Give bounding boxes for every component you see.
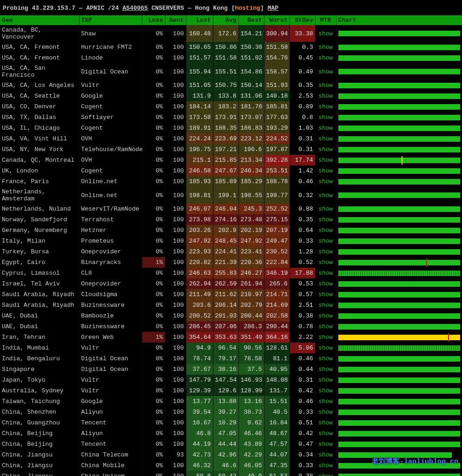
map-link[interactable]: MAP [268, 5, 278, 12]
cell-avg: 47.05 [213, 428, 238, 439]
mtr-show-link[interactable]: show [318, 270, 333, 277]
cell-isp: Oneprovider [79, 246, 142, 257]
col-sent[interactable]: Sent [165, 15, 186, 25]
latency-sparkline [338, 430, 461, 437]
cell-geo: USA, CO, Denver [0, 101, 79, 112]
mtr-show-link[interactable]: show [318, 355, 333, 362]
cell-geo: Netherlands, Amsterdam [0, 187, 79, 204]
mtr-show-link[interactable]: show [318, 114, 333, 121]
mtr-show-link[interactable]: show [318, 205, 333, 212]
col-mtr[interactable]: MTR [315, 15, 336, 25]
cell-stdev: 2.53 [290, 91, 315, 101]
cell-avg: 188.35 [213, 123, 238, 133]
cell-loss: 0% [142, 80, 165, 91]
mtr-show-link[interactable]: show [318, 441, 333, 448]
cell-avg: 44.44 [213, 439, 238, 450]
cell-last: 185.93 [186, 176, 213, 187]
cell-geo: China, Jiangsu [0, 460, 79, 471]
mtr-show-link[interactable]: show [318, 430, 333, 437]
mtr-show-link[interactable]: show [318, 216, 333, 223]
mtr-show-link[interactable]: show [318, 419, 333, 426]
table-row: Taiwan, TaichungGoogle0%10013.7713.8813.… [0, 396, 462, 407]
cell-loss: 0% [142, 187, 165, 204]
cell-last: 246.58 [186, 165, 213, 176]
mtr-show-link[interactable]: show [318, 103, 333, 110]
col-chart[interactable]: Chart [336, 15, 462, 25]
mtr-show-link[interactable]: show [318, 451, 333, 458]
mtr-show-link[interactable]: show [318, 238, 333, 245]
mtr-show-link[interactable]: show [318, 167, 333, 174]
mtr-show-link[interactable]: show [318, 178, 333, 185]
mtr-show-link[interactable]: show [318, 366, 333, 373]
col-stdev[interactable]: StDev [290, 15, 315, 25]
cell-last: 262.94 [186, 278, 213, 289]
cell-sent: 100 [165, 112, 186, 123]
mtr-show-link[interactable]: show [318, 157, 333, 164]
cell-sent: 100 [165, 176, 186, 187]
cell-geo: Singapore [0, 364, 79, 375]
latency-sparkline [338, 452, 461, 458]
mtr-show-link[interactable]: show [318, 146, 333, 153]
col-last[interactable]: Last [186, 15, 213, 25]
cell-worst: 10.84 [264, 417, 290, 428]
mtr-show-link[interactable]: show [318, 409, 333, 416]
cell-worst: 392.28 [264, 155, 290, 165]
mtr-show-link[interactable]: show [318, 323, 333, 330]
mtr-show-link[interactable]: show [318, 192, 333, 199]
mtr-show-link[interactable]: show [318, 280, 333, 287]
cell-isp: Google [79, 91, 142, 101]
cell-best: 154.21 [238, 25, 264, 42]
col-loss[interactable]: Loss [142, 15, 165, 25]
mtr-show-link[interactable]: show [318, 93, 333, 99]
col-geo[interactable]: Geo [0, 15, 79, 25]
cell-worst: 158.57 [264, 63, 290, 80]
table-row: Norway, SandefjordTerrahost0%100273.9827… [0, 214, 462, 225]
cell-last: 286.45 [186, 321, 213, 332]
mtr-show-link[interactable]: show [318, 302, 333, 309]
cell-stdev: 33.38 [290, 25, 315, 42]
cell-avg: 262.59 [213, 278, 238, 289]
cell-stdev: 0.38 [290, 311, 315, 321]
mtr-show-link[interactable]: show [318, 44, 333, 51]
table-row: China, JiangsuChina Mobile0%10046.3246.6… [0, 460, 462, 471]
mtr-show-link[interactable]: show [318, 54, 333, 61]
mtr-show-link[interactable]: show [318, 473, 333, 476]
col-avg[interactable]: Avg [213, 15, 238, 25]
mtr-show-link[interactable]: show [318, 334, 333, 341]
mtr-show-link[interactable]: show [318, 259, 333, 266]
mtr-show-link[interactable]: show [318, 377, 333, 383]
mtr-show-link[interactable]: show [318, 125, 333, 132]
cell-chart [336, 471, 462, 476]
mtr-show-link[interactable]: show [318, 68, 333, 75]
cell-isp: Linode [79, 53, 142, 63]
cell-last: 189.91 [186, 123, 213, 133]
cell-mtr: show [315, 165, 336, 176]
cell-sent: 100 [165, 63, 186, 80]
asn-link[interactable]: AS40065 [123, 5, 148, 12]
mtr-show-link[interactable]: show [318, 344, 333, 351]
cell-loss: 0% [142, 246, 165, 257]
mtr-show-link[interactable]: show [318, 398, 333, 405]
mtr-show-link[interactable]: show [318, 248, 333, 255]
table-row: USA, VA, Vint HillOVH0%100224.24223.6922… [0, 133, 462, 144]
mtr-show-link[interactable]: show [318, 291, 333, 298]
cell-worst: 265.6 [264, 278, 290, 289]
mtr-show-link[interactable]: show [318, 82, 333, 89]
table-row: China, JiangsuChina Telecom0%9342.7342.9… [0, 450, 462, 460]
col-isp[interactable]: ISP [79, 15, 142, 25]
mtr-show-link[interactable]: show [318, 30, 333, 37]
cell-chart [336, 80, 462, 91]
mtr-show-link[interactable]: show [318, 462, 333, 469]
col-worst[interactable]: Worst [264, 15, 290, 25]
col-best[interactable]: Best [238, 15, 264, 25]
mtr-show-link[interactable]: show [318, 227, 333, 234]
cell-worst: 48.67 [264, 428, 290, 439]
mtr-show-link[interactable]: show [318, 312, 333, 319]
cell-loss: 0% [142, 101, 165, 112]
mtr-show-link[interactable]: show [318, 387, 333, 394]
cell-chart [336, 460, 462, 471]
cell-isp: Shaw [79, 25, 142, 42]
cell-last: 247.92 [186, 236, 213, 246]
cell-sent: 100 [165, 236, 186, 246]
mtr-show-link[interactable]: show [318, 135, 333, 142]
